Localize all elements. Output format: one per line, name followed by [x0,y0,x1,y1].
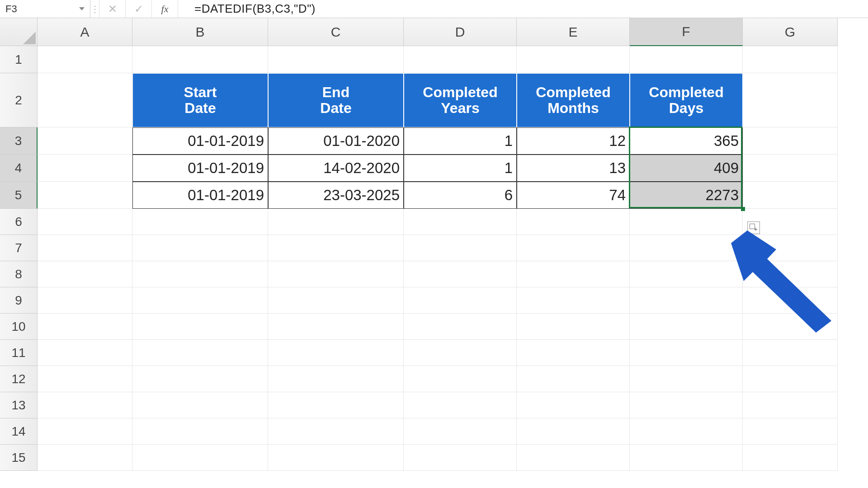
cell-G10[interactable] [743,314,838,340]
cell-A15[interactable] [38,445,132,471]
row-header-9[interactable]: 9 [0,287,38,314]
cell-E15[interactable] [517,445,630,471]
table-cell-B3[interactable]: 01-01-2019 [132,127,268,155]
column-header-F[interactable]: F [630,18,743,46]
cell-A3[interactable] [38,127,132,155]
cell-E11[interactable] [517,340,630,366]
cell-F13[interactable] [630,392,743,418]
cell-G3[interactable] [743,127,838,155]
row-header-2[interactable]: 2 [0,73,38,127]
cell-D1[interactable] [404,46,517,73]
cell-E7[interactable] [517,235,630,261]
cell-D11[interactable] [404,340,517,366]
cell-A7[interactable] [38,235,132,261]
cell-E13[interactable] [517,392,630,418]
column-header-E[interactable]: E [517,18,630,46]
cell-C7[interactable] [268,235,404,261]
cell-C12[interactable] [268,366,404,392]
fx-icon[interactable]: fx [152,0,178,18]
table-cell-E5[interactable]: 74 [517,182,630,209]
cell-B15[interactable] [132,445,268,471]
cell-C13[interactable] [268,392,404,418]
cell-A13[interactable] [38,392,132,418]
cell-B14[interactable] [132,418,268,445]
cell-F12[interactable] [630,366,743,392]
cell-G11[interactable] [743,340,838,366]
column-header-D[interactable]: D [404,18,517,46]
cell-B13[interactable] [132,392,268,418]
cell-D14[interactable] [404,418,517,445]
row-header-8[interactable]: 8 [0,261,38,287]
cell-A8[interactable] [38,261,132,287]
cell-F10[interactable] [630,314,743,340]
cell-A1[interactable] [38,46,132,73]
table-header-D[interactable]: CompletedYears [404,73,517,127]
column-header-B[interactable]: B [132,18,268,46]
cell-G5[interactable] [743,182,838,209]
column-header-C[interactable]: C [268,18,404,46]
cell-E6[interactable] [517,209,630,235]
row-header-7[interactable]: 7 [0,235,38,261]
cell-F15[interactable] [630,445,743,471]
cell-F1[interactable] [630,46,743,73]
table-cell-D3[interactable]: 1 [404,127,517,155]
cell-A14[interactable] [38,418,132,445]
table-cell-F4[interactable]: 409 [630,155,743,182]
cell-D9[interactable] [404,287,517,314]
chevron-down-icon[interactable] [79,7,85,10]
cell-C14[interactable] [268,418,404,445]
cell-B8[interactable] [132,261,268,287]
cell-C6[interactable] [268,209,404,235]
row-header-1[interactable]: 1 [0,46,38,73]
row-header-5[interactable]: 5 [0,182,38,209]
cell-F7[interactable] [630,235,743,261]
cell-A12[interactable] [38,366,132,392]
cell-A9[interactable] [38,287,132,314]
fill-handle[interactable] [741,207,745,211]
name-box[interactable]: F3 [0,0,90,18]
table-cell-E3[interactable]: 12 [517,127,630,155]
column-header-A[interactable]: A [38,18,132,46]
row-header-11[interactable]: 11 [0,340,38,366]
table-header-F[interactable]: CompletedDays [630,73,743,127]
cell-A4[interactable] [38,155,132,182]
cell-F9[interactable] [630,287,743,314]
row-header-10[interactable]: 10 [0,314,38,340]
formula-input[interactable]: =DATEDIF(B3,C3,"D") [178,0,868,18]
cell-B9[interactable] [132,287,268,314]
table-cell-F3[interactable]: 365 [630,127,743,155]
table-header-E[interactable]: CompletedMonths [517,73,630,127]
cell-A2[interactable] [38,73,132,127]
table-cell-C5[interactable]: 23-03-2025 [268,182,404,209]
cell-G13[interactable] [743,392,838,418]
table-header-C[interactable]: EndDate [268,73,404,127]
table-header-B[interactable]: StartDate [132,73,268,127]
table-cell-F5[interactable]: 2273 [630,182,743,209]
cell-G14[interactable] [743,418,838,445]
cell-G1[interactable] [743,46,838,73]
cell-D12[interactable] [404,366,517,392]
cell-C9[interactable] [268,287,404,314]
cell-D6[interactable] [404,209,517,235]
cell-E14[interactable] [517,418,630,445]
cell-C1[interactable] [268,46,404,73]
row-header-12[interactable]: 12 [0,366,38,392]
cancel-icon[interactable]: ✕ [99,0,126,18]
cell-F8[interactable] [630,261,743,287]
cell-F14[interactable] [630,418,743,445]
cell-G2[interactable] [743,73,838,127]
cell-A10[interactable] [38,314,132,340]
cell-A6[interactable] [38,209,132,235]
cell-G8[interactable] [743,261,838,287]
row-header-6[interactable]: 6 [0,209,38,235]
table-cell-D5[interactable]: 6 [404,182,517,209]
spreadsheet-grid[interactable]: ABCDEFG123456789101112131415StartDateEnd… [0,18,868,488]
cell-E1[interactable] [517,46,630,73]
cell-G15[interactable] [743,445,838,471]
cell-G12[interactable] [743,366,838,392]
cell-E9[interactable] [517,287,630,314]
row-header-13[interactable]: 13 [0,392,38,418]
cell-D8[interactable] [404,261,517,287]
table-cell-B4[interactable]: 01-01-2019 [132,155,268,182]
cell-E8[interactable] [517,261,630,287]
